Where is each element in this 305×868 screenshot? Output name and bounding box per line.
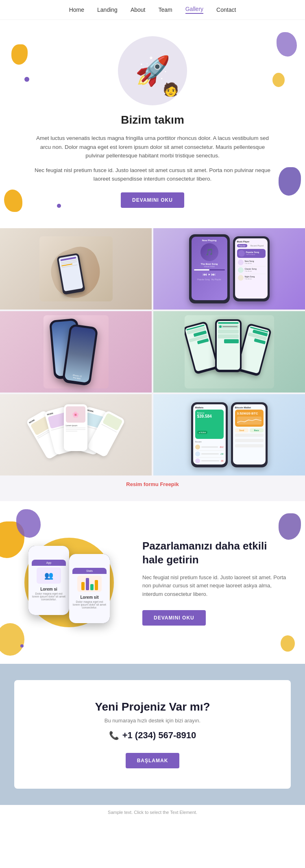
marketing-phone-right-label: Lorem sit [80, 595, 98, 600]
nav-home[interactable]: Home [69, 7, 84, 13]
hero-illustration: 🚀 🧑 [118, 36, 187, 105]
nav-team[interactable]: Team [158, 7, 172, 13]
gallery-item-2[interactable]: Now Playing 🎵 The Best Song Virtual Arti… [153, 228, 305, 310]
person-icon: 🧑 [163, 82, 179, 97]
gallery-item-6[interactable]: Wallets Balance $39.584 ● Active Recent [153, 394, 305, 475]
marketing-phone-header: App [32, 560, 66, 566]
gallery-item-5[interactable]: WORK WORK 🌸 Lorem ipsum [0, 394, 152, 475]
gallery-grid: Now Playing 🎵 The Best Song Virtual Arti… [0, 228, 305, 475]
nav-gallery[interactable]: Gallery [185, 6, 203, 14]
gallery-image-1 [0, 228, 152, 310]
marketing-section: App 👥 Lorem si Dolor magna eget est lore… [0, 501, 305, 664]
marketing-phone-right-header: Stats [72, 568, 107, 574]
marketing-cta-button[interactable]: DEVAMINI OKU [142, 610, 206, 626]
decoration-blob-yellow-left [11, 44, 28, 65]
cta-title: Yeni Projeniz Var mı? [30, 700, 274, 713]
marketing-phone-right-screen: Stats Lorem sit Dolor magna eget est lor… [69, 554, 110, 623]
decoration-dot-purple-left [24, 77, 29, 82]
cta-subtitle: Bu numaraya hızlı destek için bizi arayı… [30, 718, 274, 724]
gallery-caption: Resim formu Freepik [0, 475, 305, 493]
gallery-section: Now Playing 🎵 The Best Song Virtual Arti… [0, 228, 305, 501]
decoration-blob-purple-right [277, 32, 297, 57]
hero-paragraph-2: Nec feugiat nisl pretium fusce id. Justo… [33, 166, 272, 183]
marketing-phone-left-screen: App 👥 Lorem si Dolor magna eget est lore… [28, 546, 69, 615]
decoration-dot-purple-bottom [57, 204, 61, 208]
gallery-item-4[interactable] [153, 311, 305, 393]
footer-note-text: Sample text. Click to select the Text El… [108, 810, 197, 815]
nav-contact[interactable]: Contact [216, 7, 236, 13]
decoration-blob-purple-bottomright [279, 167, 301, 196]
marketing-blob-purple-right [279, 513, 301, 540]
cta-start-button[interactable]: BAŞLAMAK [126, 753, 180, 768]
nav-landing[interactable]: Landing [97, 7, 118, 13]
gallery-image-2: Now Playing 🎵 The Best Song Virtual Arti… [153, 228, 305, 310]
nav-about[interactable]: About [131, 7, 146, 13]
gallery-caption-text: Resim formu [126, 481, 160, 487]
marketing-illustration: App 👥 Lorem si Dolor magna eget est lore… [16, 526, 130, 639]
gallery-image-4 [153, 311, 305, 393]
gallery-image-3: iPhone 12Pro Max iPhone 12Pro Max [0, 311, 152, 393]
hero-title: Bizim takım [33, 113, 272, 126]
decoration-blob-yellow-right [272, 73, 285, 87]
hero-section: 🚀 🧑 Bizim takım Amet luctus venenatis le… [0, 20, 305, 228]
marketing-dot-purple [20, 644, 24, 648]
marketing-description: Nec feugiat nisl pretium fusce id. Justo… [142, 574, 289, 599]
cta-card: Yeni Projeniz Var mı? Bu numaraya hızlı … [14, 680, 291, 789]
cta-phone-text: +1 (234) 567-8910 [122, 730, 196, 741]
marketing-phone-right-sub: Dolor magna eget est lorem ipsum dolor s… [72, 600, 107, 609]
cta-section: Yeni Projeniz Var mı? Bu numaraya hızlı … [0, 664, 305, 805]
gallery-item-3[interactable]: iPhone 12Pro Max iPhone 12Pro Max [0, 311, 152, 393]
footer-note: Sample text. Click to select the Text El… [0, 805, 305, 820]
marketing-phone-left-label: Lorem si [40, 587, 57, 591]
hero-cta-button[interactable]: DEVAMINI OKU [121, 192, 184, 208]
phone-icon: 📞 [109, 731, 119, 740]
gallery-caption-link[interactable]: Freepik [160, 481, 179, 487]
marketing-title: Pazarlamanızı daha etkili hale getirin [142, 539, 289, 567]
gallery-image-5: WORK WORK 🌸 Lorem ipsum [0, 394, 152, 475]
marketing-phone-left: App 👥 Lorem si Dolor magna eget est lore… [28, 546, 69, 615]
gallery-item-1[interactable] [0, 228, 152, 310]
hero-paragraph-1: Amet luctus venenatis lectus magna fring… [33, 134, 272, 160]
gallery-image-6: Wallets Balance $39.584 ● Active Recent [153, 394, 305, 475]
decoration-blob-yellow-bottomleft [4, 190, 22, 212]
marketing-blob-yellow-right [281, 635, 295, 652]
marketing-phone-left-sub: Dolor magna eget est lorem ipsum dolor s… [32, 592, 66, 601]
marketing-phone-right: Stats Lorem sit Dolor magna eget est lor… [69, 554, 110, 623]
marketing-text-content: Pazarlamanızı daha etkili hale getirin N… [142, 539, 289, 626]
navigation: Home Landing About Team Gallery Contact [0, 0, 305, 20]
cta-phone-number: 📞 +1 (234) 567-8910 [30, 730, 274, 741]
